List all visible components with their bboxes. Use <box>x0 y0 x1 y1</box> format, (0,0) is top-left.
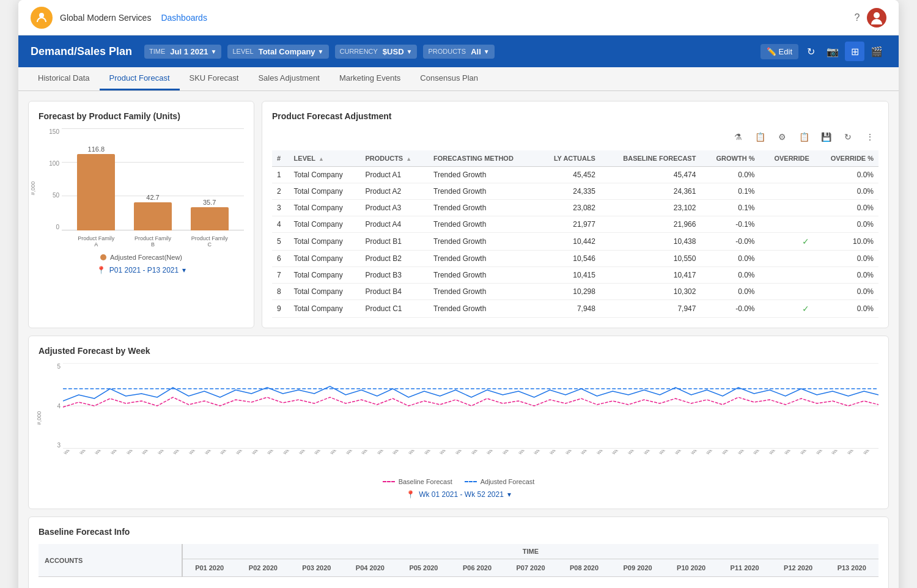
dashboards-link[interactable]: Dashboards <box>161 13 207 23</box>
level-filter[interactable]: LEVEL Total Company ▼ <box>227 45 328 59</box>
table-row[interactable]: 5 Total Company Product B1 Trended Growt… <box>272 233 878 251</box>
time-col-header: P12 2020 <box>772 559 825 577</box>
bar-chart-date-range[interactable]: 📍 P01 2021 - P13 2021 ▾ <box>39 266 244 274</box>
week-label: Wk 21 2021 <box>377 450 391 455</box>
cell-override: ✓ <box>760 233 814 251</box>
tab-historical[interactable]: Historical Data <box>28 67 100 90</box>
table-row[interactable]: 9 Total Company Product C1 Trended Growt… <box>272 300 878 318</box>
col-override-pct[interactable]: OVERRIDE % <box>814 150 878 167</box>
video-button[interactable]: 🎬 <box>867 42 886 61</box>
time-col-header: P06 2020 <box>451 559 504 577</box>
save-icon[interactable]: 💾 <box>817 128 834 145</box>
cell-num: 8 <box>272 284 289 300</box>
export-icon[interactable]: 📋 <box>751 128 768 145</box>
refresh-table-icon[interactable]: ↻ <box>839 128 856 145</box>
week-label: Wk 30 2021 <box>518 450 532 455</box>
week-label: Wk 28 2021 <box>486 450 500 455</box>
cell-level: Total Company <box>289 183 361 200</box>
cell-override <box>760 267 814 284</box>
tab-marketing-events[interactable]: Marketing Events <box>330 67 410 90</box>
week-label: Wk 38 2021 <box>643 450 657 455</box>
table-row[interactable]: 4 Total Company Product A4 Trended Growt… <box>272 216 878 233</box>
table-row[interactable]: 7 Total Company Product B3 Trended Growt… <box>272 267 878 284</box>
grid-button[interactable]: ⊞ <box>845 42 864 61</box>
cell-level: Total Company <box>289 284 361 300</box>
week-label: Wk 14 2021 <box>267 450 281 455</box>
col-method[interactable]: FORECASTING METHOD <box>429 150 538 167</box>
line-chart-date-range[interactable]: 📍 Wk 01 2021 - Wk 52 2021 ▾ <box>39 490 878 499</box>
col-ly-actuals[interactable]: LY ACTUALS <box>538 150 600 167</box>
line-y-4: 4 <box>57 403 61 410</box>
bar-value-c: 35.7 <box>203 199 216 206</box>
time-col-header: P10 2020 <box>665 559 718 577</box>
line-date-range-value: Wk 01 2021 - Wk 52 2021 <box>419 490 504 499</box>
cell-baseline: 10,417 <box>600 267 701 284</box>
time-value: Jul 1 2021 <box>170 47 208 56</box>
table-row[interactable]: 3 Total Company Product A3 Trended Growt… <box>272 200 878 216</box>
tab-sales-adjustment[interactable]: Sales Adjustment <box>248 67 329 90</box>
time-col-header: P08 2020 <box>558 559 611 577</box>
camera-button[interactable]: 📷 <box>823 42 842 61</box>
cell-method: Trended Growth <box>429 167 538 183</box>
filter-icon[interactable]: ⚗ <box>729 128 746 145</box>
products-filter[interactable]: PRODUCTS All ▼ <box>423 45 494 59</box>
cell-override <box>760 216 814 233</box>
week-label: Wk 23 2021 <box>408 450 422 455</box>
time-col-header: P09 2020 <box>611 559 665 577</box>
time-col-header: P04 2020 <box>344 559 397 577</box>
week-label: Wk 02 2021 <box>79 450 93 455</box>
time-filter[interactable]: TIME Jul 1 2021 ▼ <box>144 45 221 59</box>
product-forecast-panel: Product Forecast Adjustment ⚗ 📋 ⚙ 📋 💾 ↻ … <box>262 101 889 328</box>
cell-num: 1 <box>272 167 289 183</box>
cell-baseline: 10,302 <box>600 284 701 300</box>
week-label: Wk 44 2021 <box>737 450 751 455</box>
more-icon[interactable]: ⋮ <box>861 128 878 145</box>
week-label: Wk 05 2021 <box>126 450 140 455</box>
tab-consensus-plan[interactable]: Consensus Plan <box>410 67 488 90</box>
currency-label: CURRENCY <box>340 48 378 55</box>
table-row[interactable]: 2 Total Company Product A2 Trended Growt… <box>272 183 878 200</box>
week-label: Wk 50 2021 <box>831 450 845 455</box>
col-level[interactable]: LEVEL ▲ <box>289 150 361 167</box>
table-row[interactable]: 6 Total Company Product B2 Trended Growt… <box>272 251 878 267</box>
copy-icon[interactable]: 📋 <box>795 128 812 145</box>
table-scroll[interactable]: # LEVEL ▲ PRODUCTS ▲ FORECASTING METHOD … <box>272 150 878 318</box>
tab-sku-forecast[interactable]: SKU Forecast <box>180 67 249 90</box>
col-override[interactable]: OVERRIDE <box>760 150 814 167</box>
cell-override: ✓ <box>760 300 814 318</box>
cell-method: Trended Growth <box>429 267 538 284</box>
y-label-150: 150 <box>49 128 59 135</box>
cell-growth: 0.0% <box>701 284 759 300</box>
main-content: Forecast by Product Family (Units) 150 1… <box>18 91 899 588</box>
tab-product-forecast[interactable]: Product Forecast <box>100 67 180 90</box>
week-label: Wk 51 2021 <box>847 450 861 455</box>
help-icon[interactable]: ? <box>847 8 867 28</box>
cell-method: Trended Growth <box>429 233 538 251</box>
cell-override <box>760 200 814 216</box>
bar-chart-panel: Forecast by Product Family (Units) 150 1… <box>28 101 254 328</box>
workday-logo[interactable] <box>31 7 53 29</box>
cell-product: Product A3 <box>360 200 429 216</box>
baseline-table-container[interactable]: ACCOUNTS TIME P01 2020P02 2020P03 2020P0… <box>39 544 878 588</box>
time-col-header: P03 2020 <box>290 559 344 577</box>
currency-filter[interactable]: CURRENCY $USD ▼ <box>335 45 418 59</box>
cell-override <box>760 251 814 267</box>
week-label: Wk 45 2021 <box>753 450 767 455</box>
cell-override <box>760 183 814 200</box>
col-products[interactable]: PRODUCTS ▲ <box>360 150 429 167</box>
y-axis-unit: #,000 <box>30 181 36 195</box>
col-baseline[interactable]: BASELINE FORECAST <box>600 150 701 167</box>
refresh-button[interactable]: ↻ <box>801 42 820 61</box>
week-label: Wk 06 2021 <box>141 450 155 455</box>
cell-override-pct: 0.0% <box>814 300 878 318</box>
table-row[interactable]: 1 Total Company Product A1 Trended Growt… <box>272 167 878 183</box>
sort-icon: ▲ <box>319 156 324 162</box>
edit-button[interactable]: ✏️ Edit <box>760 44 798 59</box>
week-label: Wk 31 2021 <box>533 450 547 455</box>
table-row[interactable]: 8 Total Company Product B4 Trended Growt… <box>272 284 878 300</box>
edit-label: Edit <box>779 47 792 56</box>
user-avatar[interactable] <box>867 8 886 28</box>
settings-icon[interactable]: ⚙ <box>773 128 790 145</box>
cell-product: Product A2 <box>360 183 429 200</box>
col-growth[interactable]: GROWTH % <box>701 150 759 167</box>
